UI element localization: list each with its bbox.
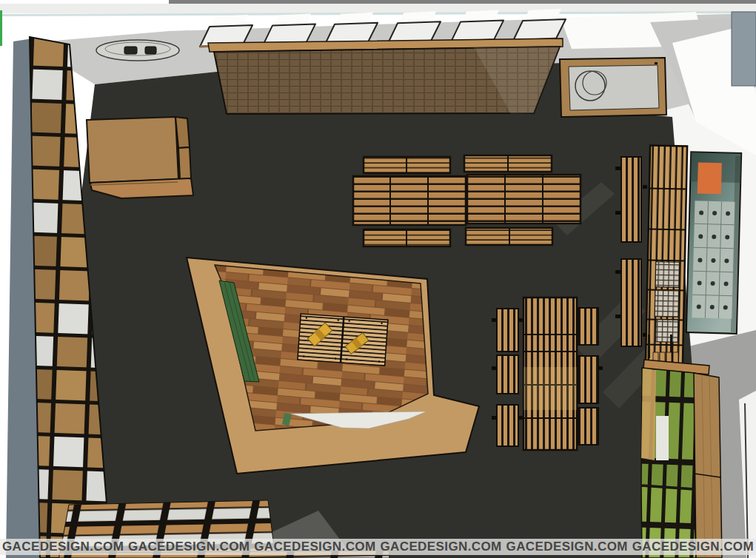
- render-canvas: GACEDESIGN.COM GACEDESIGN.COM GACEDESIGN…: [0, 0, 756, 558]
- metal-grate: [655, 262, 680, 288]
- watermark-text: GACEDESIGN.COM: [2, 539, 124, 554]
- bench: [578, 308, 598, 345]
- watermark-text: GACEDESIGN.COM: [506, 539, 628, 554]
- bench: [578, 356, 598, 403]
- poster-orange-seal: [698, 162, 722, 194]
- bench: [497, 309, 518, 352]
- bench: [578, 408, 598, 445]
- watermark-text: GACEDESIGN.COM: [632, 539, 754, 554]
- reading-tables-horizontal: [353, 155, 581, 246]
- axis-green-line: [0, 10, 2, 46]
- chair: [145, 47, 156, 54]
- metal-grate: [655, 290, 679, 317]
- chair: [124, 47, 137, 54]
- table: [353, 176, 466, 225]
- watermark-text: GACEDESIGN.COM: [254, 539, 375, 554]
- watermark-bar: GACEDESIGN.COM GACEDESIGN.COM GACEDESIGN…: [0, 539, 756, 555]
- watermark-text: GACEDESIGN.COM: [380, 539, 501, 554]
- locker-wood-side: [694, 373, 722, 558]
- table: [467, 175, 581, 223]
- reading-tables-vertical: [492, 298, 603, 450]
- watermark-text: GACEDESIGN.COM: [128, 539, 250, 554]
- reception-desk: [87, 117, 193, 198]
- service-counter: [560, 58, 666, 117]
- oval-rug: [96, 40, 179, 61]
- locker-white-cell: [656, 416, 669, 460]
- bench: [621, 259, 641, 346]
- metal-grate: [656, 320, 679, 343]
- wall-poster: [686, 152, 741, 334]
- display-panel: [208, 38, 563, 114]
- bench: [497, 355, 518, 394]
- bench: [497, 405, 518, 446]
- bench: [621, 157, 641, 242]
- entry-wall-panel: [732, 12, 756, 86]
- interior-render: [0, 0, 756, 558]
